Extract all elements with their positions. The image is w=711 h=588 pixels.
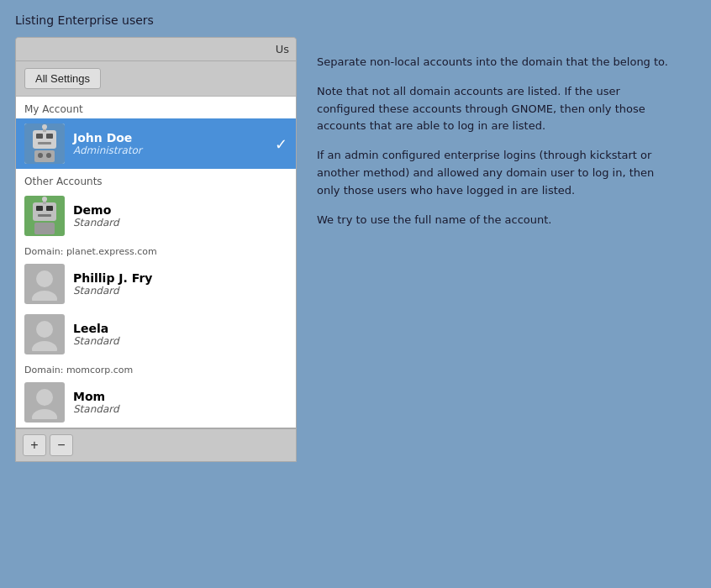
- phillip-info: Phillip J. Fry Standard: [73, 271, 287, 297]
- svg-point-21: [32, 341, 57, 351]
- svg-point-20: [36, 321, 53, 338]
- mom-info: Mom Standard: [73, 390, 287, 415]
- phillip-name: Phillip J. Fry: [73, 271, 287, 285]
- svg-rect-2: [36, 134, 43, 139]
- svg-rect-15: [34, 223, 55, 234]
- svg-point-22: [36, 389, 53, 406]
- domain-momcorp-label: Domain: momcorp.com: [16, 360, 296, 377]
- svg-rect-13: [46, 206, 53, 211]
- mom-name: Mom: [73, 390, 287, 403]
- info-paragraph-4: We try to use the full name of the accou…: [317, 212, 676, 229]
- svg-rect-5: [34, 150, 55, 162]
- remove-user-button[interactable]: −: [50, 434, 73, 456]
- other-accounts-label: Other Accounts: [16, 169, 296, 191]
- svg-point-6: [38, 153, 43, 158]
- right-panel: Separate non-local accounts into the dom…: [297, 37, 696, 462]
- user-list: My Account: [16, 97, 296, 428]
- svg-rect-3: [46, 134, 53, 139]
- info-paragraph-2: Note that not all domain accounts are li…: [317, 83, 676, 135]
- leela-role: Standard: [73, 335, 287, 347]
- svg-rect-14: [38, 214, 51, 217]
- phillip-role: Standard: [73, 285, 287, 297]
- avatar-john-doe: [24, 123, 65, 164]
- svg-point-23: [32, 409, 57, 419]
- leela-info: Leela Standard: [73, 322, 287, 347]
- avatar-phillip: [24, 264, 65, 304]
- avatar-demo: [24, 196, 65, 236]
- page-title: Listing Enterprise users: [0, 0, 711, 37]
- panel-header: Us: [16, 38, 296, 61]
- mom-role: Standard: [73, 403, 287, 415]
- leela-name: Leela: [73, 322, 287, 335]
- john-doe-info: John Doe Administrator: [73, 131, 266, 156]
- user-item-leela[interactable]: Leela Standard: [16, 309, 296, 360]
- avatar-mom: [24, 382, 65, 423]
- left-panel: Us All Settings My Account: [15, 37, 297, 462]
- svg-point-9: [42, 124, 47, 129]
- user-item-phillip[interactable]: Phillip J. Fry Standard: [16, 259, 296, 309]
- john-doe-name: John Doe: [73, 131, 266, 144]
- active-check-icon: ✓: [275, 135, 287, 153]
- domain-planet-label: Domain: planet.express.com: [16, 241, 296, 259]
- info-paragraph-3: If an admin configured enterprise logins…: [317, 147, 676, 199]
- user-item-demo[interactable]: Demo Standard: [16, 191, 296, 241]
- add-user-button[interactable]: +: [23, 434, 46, 456]
- svg-point-18: [36, 270, 53, 287]
- svg-rect-12: [36, 206, 43, 211]
- john-doe-role: Administrator: [73, 144, 266, 156]
- svg-point-7: [46, 153, 51, 158]
- bottom-bar: + −: [16, 428, 296, 461]
- info-paragraph-1: Separate non-local accounts into the dom…: [317, 54, 676, 71]
- avatar-leela: [24, 314, 65, 354]
- svg-point-17: [42, 197, 47, 202]
- user-item-mom[interactable]: Mom Standard: [16, 377, 296, 428]
- demo-role: Standard: [73, 217, 287, 228]
- demo-info: Demo Standard: [73, 203, 287, 228]
- user-item-john-doe[interactable]: John Doe Administrator ✓: [16, 118, 296, 169]
- svg-rect-4: [38, 142, 51, 144]
- my-account-label: My Account: [16, 97, 296, 118]
- svg-rect-1: [33, 130, 56, 149]
- demo-name: Demo: [73, 203, 287, 217]
- svg-rect-11: [33, 202, 56, 221]
- svg-point-19: [32, 291, 57, 301]
- all-settings-button[interactable]: All Settings: [24, 68, 101, 89]
